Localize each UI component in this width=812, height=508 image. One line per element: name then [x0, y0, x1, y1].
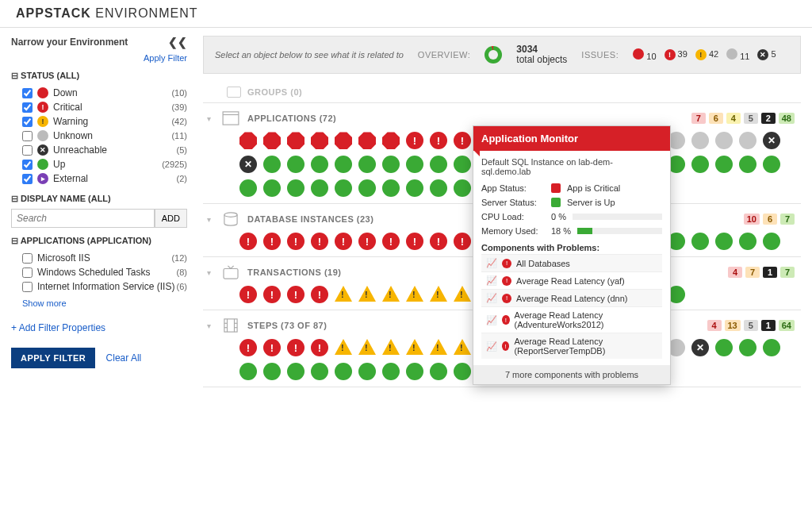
- object-dot-up[interactable]: [715, 339, 733, 356]
- object-dot-oct[interactable]: [335, 132, 352, 149]
- object-dot-up[interactable]: [358, 363, 376, 380]
- object-dot-up[interactable]: [715, 156, 733, 173]
- object-dot-crit[interactable]: [263, 233, 281, 250]
- object-dot-up[interactable]: [311, 156, 328, 173]
- app-filter-item[interactable]: Windows Scheduled Tasks: [22, 267, 151, 278]
- object-dot-up[interactable]: [263, 179, 281, 197]
- object-dot-crit[interactable]: [430, 132, 447, 149]
- object-dot-oct[interactable]: [287, 132, 304, 149]
- object-dot-up[interactable]: [335, 156, 352, 173]
- object-dot-up[interactable]: [691, 156, 709, 173]
- object-dot-warn[interactable]: [358, 339, 376, 355]
- object-dot-up[interactable]: [739, 339, 756, 356]
- object-dot-up[interactable]: [335, 179, 352, 197]
- object-dot-up[interactable]: [382, 156, 400, 173]
- object-dot-up[interactable]: [454, 156, 471, 173]
- object-dot-up[interactable]: [358, 156, 376, 173]
- object-dot-crit[interactable]: [454, 233, 471, 250]
- object-dot-warn[interactable]: [430, 339, 447, 355]
- object-dot-warn[interactable]: [335, 286, 352, 302]
- groups-row[interactable]: GROUPS (0): [203, 82, 801, 102]
- app-filter-item[interactable]: Internet Information Service (IIS): [22, 281, 174, 292]
- object-dot-up[interactable]: [358, 179, 376, 197]
- object-dot-crit[interactable]: [406, 132, 423, 149]
- problem-component-item[interactable]: 📈!All Databases: [481, 254, 662, 271]
- object-dot-unr[interactable]: [239, 156, 257, 173]
- object-dot-warn[interactable]: [382, 339, 400, 355]
- object-dot-up[interactable]: [763, 233, 780, 250]
- object-dot-up[interactable]: [739, 233, 756, 250]
- object-dot-up[interactable]: [239, 363, 257, 380]
- object-dot-up[interactable]: [430, 363, 447, 380]
- object-dot-up[interactable]: [382, 179, 400, 197]
- object-dot-up[interactable]: [263, 156, 281, 173]
- object-dot-unr[interactable]: [691, 339, 709, 356]
- object-dot-unk[interactable]: [715, 132, 733, 149]
- display-name-section-toggle[interactable]: DISPLAY NAME (ALL): [11, 194, 187, 204]
- object-dot-warn[interactable]: [454, 339, 471, 355]
- object-dot-up[interactable]: [715, 233, 733, 250]
- object-dot-warn[interactable]: [382, 286, 400, 302]
- object-dot-up[interactable]: [430, 156, 447, 173]
- clear-all-link[interactable]: Clear All: [106, 352, 142, 364]
- object-dot-crit[interactable]: [263, 339, 281, 356]
- app-filter-item[interactable]: Microsoft IIS: [22, 252, 90, 264]
- object-dot-up[interactable]: [454, 363, 471, 380]
- object-dot-up[interactable]: [763, 339, 780, 356]
- object-dot-warn[interactable]: [406, 286, 423, 302]
- status-section-toggle[interactable]: STATUS (ALL): [11, 71, 187, 81]
- object-dot-up[interactable]: [335, 363, 352, 380]
- object-dot-up[interactable]: [239, 179, 257, 197]
- status-filter-external[interactable]: ▸ External: [22, 173, 88, 184]
- add-button[interactable]: ADD: [155, 209, 187, 228]
- object-dot-up[interactable]: [406, 363, 423, 380]
- object-dot-up[interactable]: [287, 363, 304, 380]
- problem-component-item[interactable]: 📈!Average Read Latency (ReportServerTemp…: [481, 333, 662, 359]
- object-dot-crit[interactable]: [430, 233, 447, 250]
- show-more-link[interactable]: Show more: [22, 298, 187, 308]
- object-dot-crit[interactable]: [311, 286, 328, 303]
- status-filter-critical[interactable]: ! Critical: [22, 102, 82, 113]
- object-dot-up[interactable]: [382, 363, 400, 380]
- object-dot-warn[interactable]: [358, 286, 376, 302]
- object-dot-oct[interactable]: [358, 132, 376, 149]
- expand-toggle-icon[interactable]: ▾: [203, 215, 214, 224]
- expand-toggle-icon[interactable]: ▾: [203, 321, 214, 330]
- popover-more-link[interactable]: 7 more components with problems: [473, 365, 670, 384]
- object-dot-crit[interactable]: [287, 233, 304, 250]
- object-dot-unk[interactable]: [691, 132, 709, 149]
- expand-toggle-icon[interactable]: ▾: [203, 268, 214, 277]
- object-dot-unk[interactable]: [739, 132, 756, 149]
- object-dot-crit[interactable]: [382, 233, 400, 250]
- object-dot-crit[interactable]: [287, 339, 304, 356]
- problem-component-item[interactable]: 📈!Average Read Latency (AdventureWorks20…: [481, 306, 662, 333]
- add-filter-properties-link[interactable]: + Add Filter Properties: [11, 322, 187, 333]
- object-dot-up[interactable]: [406, 179, 423, 197]
- object-dot-up[interactable]: [287, 179, 304, 197]
- problem-component-item[interactable]: 📈!Average Read Latency (dnn): [481, 289, 662, 306]
- expand-toggle-icon[interactable]: ▾: [203, 114, 214, 123]
- object-dot-crit[interactable]: [287, 286, 304, 303]
- object-dot-crit[interactable]: [406, 233, 423, 250]
- search-input[interactable]: [11, 209, 155, 228]
- object-dot-crit[interactable]: [358, 233, 376, 250]
- object-dot-up[interactable]: [263, 363, 281, 380]
- object-dot-crit[interactable]: [311, 233, 328, 250]
- object-dot-up[interactable]: [311, 179, 328, 197]
- object-dot-crit[interactable]: [263, 286, 281, 303]
- object-dot-oct[interactable]: [263, 132, 281, 149]
- object-dot-unr[interactable]: [763, 132, 780, 149]
- object-dot-warn[interactable]: [454, 286, 471, 302]
- object-dot-oct[interactable]: [239, 132, 257, 149]
- object-dot-up[interactable]: [287, 156, 304, 173]
- problem-component-item[interactable]: 📈!Average Read Latency (yaf): [481, 271, 662, 289]
- status-filter-up[interactable]: Up: [22, 159, 65, 170]
- object-dot-up[interactable]: [454, 179, 471, 197]
- collapse-sidebar-icon[interactable]: ❮❮: [168, 36, 187, 48]
- object-dot-crit[interactable]: [311, 339, 328, 356]
- status-filter-unreachable[interactable]: ✕ Unreachable: [22, 144, 107, 156]
- object-dot-warn[interactable]: [335, 339, 352, 355]
- object-dot-up[interactable]: [311, 363, 328, 380]
- applications-section-toggle[interactable]: APPLICATIONS (APPLICATION): [11, 236, 187, 246]
- apply-filter-link[interactable]: Apply Filter: [11, 53, 187, 63]
